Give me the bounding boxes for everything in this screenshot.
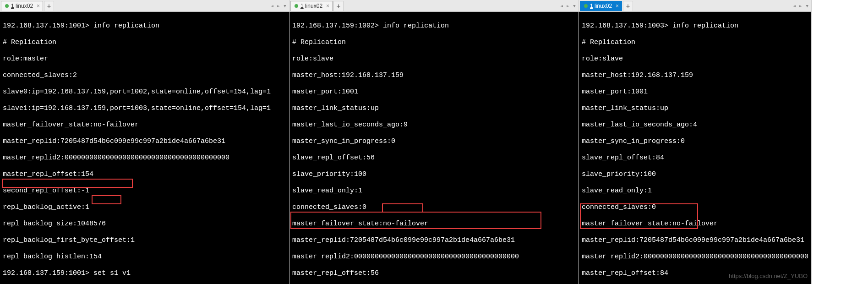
scroll-left-icon[interactable]: ◄: [269, 3, 275, 9]
terminal-pane-3: 1 linux02 × + ◄ ► ▼ 192.168.137.159:1003…: [579, 0, 812, 284]
tab-bar: 1 linux02 × + ◄ ► ▼: [289, 0, 579, 12]
status-dot-icon: [5, 4, 9, 8]
tab-menu-icon[interactable]: ▼: [282, 3, 288, 9]
close-icon[interactable]: ×: [37, 3, 40, 9]
scroll-left-icon[interactable]: ◄: [558, 3, 565, 9]
close-icon[interactable]: ×: [616, 3, 619, 9]
new-tab-button[interactable]: +: [44, 1, 54, 11]
terminal-output[interactable]: 192.168.137.159:1001> info replication #…: [0, 12, 289, 284]
terminal-output[interactable]: 192.168.137.159:1003> info replication #…: [579, 12, 811, 284]
terminal-pane-2: 1 linux02 × + ◄ ► ▼ 192.168.137.159:1002…: [289, 0, 579, 284]
tab-nav: ◄ ► ▼: [791, 3, 810, 9]
close-icon[interactable]: ×: [326, 3, 329, 9]
tab-linux02[interactable]: 1 linux02 ×: [580, 1, 622, 11]
scroll-left-icon[interactable]: ◄: [791, 3, 797, 9]
tab-bar: 1 linux02 × + ◄ ► ▼: [0, 0, 289, 12]
tab-nav: ◄ ► ▼: [558, 3, 578, 9]
terminal-pane-1: 1 linux02 × + ◄ ► ▼ 192.168.137.159:1001…: [0, 0, 289, 284]
tab-linux02[interactable]: 1 linux02 ×: [1, 1, 43, 11]
scroll-right-icon[interactable]: ►: [565, 3, 571, 9]
tab-menu-icon[interactable]: ▼: [804, 3, 810, 9]
tab-nav: ◄ ► ▼: [269, 3, 288, 9]
tab-menu-icon[interactable]: ▼: [571, 3, 578, 9]
scroll-right-icon[interactable]: ►: [797, 3, 804, 9]
highlight-box-set: [2, 179, 133, 188]
tab-label: 1 linux02: [590, 3, 612, 9]
tab-linux02[interactable]: 1 linux02 ×: [290, 1, 333, 11]
new-tab-button[interactable]: +: [623, 1, 633, 11]
terminal-output[interactable]: 192.168.137.159:1002> info replication #…: [289, 12, 579, 284]
tab-label: 1 linux02: [11, 3, 33, 9]
highlight-box-get: [92, 195, 121, 204]
status-dot-icon: [295, 4, 298, 8]
tab-bar: 1 linux02 × + ◄ ► ▼: [579, 0, 811, 12]
status-dot-icon: [584, 4, 588, 8]
scroll-right-icon[interactable]: ►: [275, 3, 282, 9]
new-tab-button[interactable]: +: [333, 1, 344, 11]
tab-label: 1 linux02: [300, 3, 322, 9]
watermark-text: https://blog.csdn.net/Z_YUBO: [729, 272, 808, 280]
